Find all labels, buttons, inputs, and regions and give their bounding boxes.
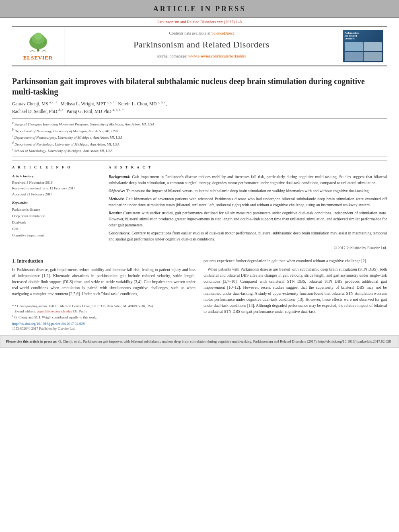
intro-body-left: In Parkinson's disease, gait impairments…	[12, 267, 195, 297]
abstract-background: Background: Gait impairment in Parkinson…	[109, 174, 387, 186]
abstract-methods: Methods: Gait kinematics of seventeen pa…	[109, 196, 387, 208]
keywords-list: Parkinson's disease Deep brain stimulati…	[12, 206, 101, 239]
affiliations: a Surgical Therapies Improving Movement …	[12, 118, 387, 156]
elsevier-label: ELSEVIER	[23, 54, 53, 62]
journal-header: ELSEVIER Contents lists available at Sci…	[12, 26, 387, 66]
email-suffix: (P.G. Patil).	[72, 309, 88, 313]
journal-title-box: Contents lists available at ScienceDirec…	[64, 27, 339, 66]
contrib-text: G. Chenji and M. I. Wright contributed e…	[14, 315, 97, 319]
background-text: Gait impairment in Parkinson's disease r…	[109, 175, 387, 185]
article-dates: Received 4 November 2016 Received in rev…	[12, 180, 101, 197]
contents-line: Contents lists available at ScienceDirec…	[72, 31, 331, 36]
intro-body-right: patients experience further degradation …	[204, 258, 387, 314]
objective-label: Objective:	[109, 189, 125, 193]
footnotes: * * Corresponding author. 1500 E. Medica…	[12, 301, 195, 320]
svg-point-3	[34, 33, 42, 40]
cover-photo-4	[364, 52, 382, 61]
intro-heading: 1. Introduction	[12, 258, 195, 265]
email-footnote: E-mail address: pgpatil@med.umich.edu (P…	[12, 309, 195, 314]
author-sup-2: a, e, 1	[107, 101, 115, 105]
keyword-4: Gait	[12, 226, 101, 232]
article-in-press-banner: ARTICLE IN PRESS	[0, 0, 399, 18]
background-label: Background:	[109, 175, 130, 179]
keywords-label: Keywords:	[12, 200, 101, 205]
objective-text: To measure the impact of bilateral versu…	[126, 189, 370, 193]
main-content: Parkinsonian gait improves with bilatera…	[0, 66, 399, 331]
journal-main-title: Parkinsonism and Related Disorders	[72, 39, 331, 51]
citation-bar: Please cite this article in press as: G.…	[0, 335, 399, 348]
contrib-note: 1 G. Chenji and M. I. Wright contributed…	[12, 314, 195, 320]
cover-photo-3	[345, 52, 363, 61]
affiliation-d: d Department of Psychology, University o…	[12, 141, 387, 148]
elsevier-logo-box: ELSEVIER	[12, 27, 64, 66]
keyword-2: Deep brain stimulation	[12, 213, 101, 219]
banner-text: ARTICLE IN PRESS	[153, 5, 246, 13]
methods-text: Gait kinematics of seventeen patients wi…	[109, 197, 387, 207]
abstract-section-label: A B S T R A C T	[109, 165, 387, 172]
homepage-label: journal homepage:	[157, 54, 187, 58]
revised-date: Received in revised form 12 February 201…	[12, 186, 75, 190]
issn-line: 1353-8020/© 2017 Published by Elsevier L…	[12, 327, 195, 331]
journal-homepage-line: journal homepage: www.elsevier.com/locat…	[72, 53, 331, 59]
abstract-col: A B S T R A C T Background: Gait impairm…	[109, 165, 387, 251]
doi-line[interactable]: http://dx.doi.org/10.1016/j.parkreldis.2…	[12, 321, 195, 327]
journal-meta-bar: Parkinsonism and Related Disorders xxx (…	[0, 18, 399, 26]
abstract-conclusions: Conclusions: Contrary to expectations fr…	[109, 230, 387, 242]
keyword-5: Cognitive impairment	[12, 232, 101, 238]
page: ARTICLE IN PRESS Parkinsonism and Relate…	[0, 0, 399, 532]
article-info-label: A R T I C L E I N F O	[12, 165, 101, 172]
cover-photo-2	[364, 42, 382, 51]
author-sup-3: a, b, c	[158, 101, 166, 105]
corresponding-text: * Corresponding author. 1500 E. Medical …	[14, 304, 154, 308]
abstract-results: Results: Consistent with earlier studies…	[109, 210, 387, 228]
received-date: Received 4 November 2016	[12, 181, 53, 185]
author-sup-4: d, e	[58, 108, 63, 112]
journal-homepage-url[interactable]: www.elsevier.com/locate/parkreldis	[188, 54, 246, 58]
methods-label: Methods:	[109, 197, 124, 201]
article-info-abstract: A R T I C L E I N F O Article history: R…	[12, 160, 387, 251]
keyword-3: Dual-task	[12, 219, 101, 226]
journal-cover-image: Parkinsonismand RelatedDisorders	[343, 30, 383, 62]
intro-right-para-1: patients experience further degradation …	[204, 258, 387, 264]
article-title: Parkinsonian gait improves with bilatera…	[12, 76, 387, 97]
affiliation-a: a Surgical Therapies Improving Movement …	[12, 121, 387, 127]
abstract-objective: Objective: To measure the impact of bila…	[109, 188, 387, 194]
cover-title: Parkinsonismand RelatedDisorders	[345, 32, 359, 41]
abstract-text: Background: Gait impairment in Parkinson…	[109, 174, 387, 251]
intro-left-col: 1. Introduction In Parkinson's disease, …	[12, 258, 195, 331]
copyright-line: © 2017 Published by Elsevier Ltd.	[109, 245, 387, 251]
cover-photos	[345, 42, 382, 61]
email-link[interactable]: pgpatil@med.umich.edu	[37, 309, 71, 313]
email-label: E-mail address:	[14, 309, 36, 313]
elsevier-tree-icon	[20, 31, 56, 53]
contents-text: Contents lists available at	[169, 31, 210, 35]
affiliation-e: e School of Kinesiology, University of M…	[12, 147, 387, 154]
introduction-section: 1. Introduction In Parkinson's disease, …	[12, 258, 387, 331]
cover-photo-1	[345, 42, 363, 51]
affiliation-b: b Department of Neurology, University of…	[12, 127, 387, 134]
accepted-date: Accepted 21 February 2017	[12, 192, 52, 196]
conclusions-label: Conclusions:	[109, 231, 130, 235]
sciencedirect-link[interactable]: ScienceDirect	[211, 31, 234, 35]
keyword-1: Parkinson's disease	[12, 206, 101, 213]
author-sup-1: a, c, 1	[49, 101, 57, 105]
citation-prefix: Please cite this article in press as: G.…	[6, 339, 391, 343]
affiliation-c: c Department of Neurosurgery, University…	[12, 134, 387, 141]
results-label: Results:	[109, 211, 122, 215]
corresponding-author: * * Corresponding author. 1500 E. Medica…	[12, 304, 195, 309]
article-info-col: A R T I C L E I N F O Article history: R…	[12, 165, 101, 251]
intro-right-para-2: When patients with Parkinson's disease a…	[204, 266, 387, 314]
author-sup-5: a, b, c, *	[113, 108, 123, 112]
journal-cover-box: Parkinsonismand RelatedDisorders	[339, 27, 387, 66]
intro-para-1: In Parkinson's disease, gait impairments…	[12, 267, 195, 297]
intro-right-col: patients experience further degradation …	[204, 258, 387, 331]
authors-line: Gaurav Chenji, MS a, c, 1 Melissa L. Wri…	[12, 100, 387, 115]
doi-text[interactable]: http://dx.doi.org/10.1016/j.parkreldis.2…	[12, 322, 85, 326]
journal-citation: Parkinsonism and Related Disorders xxx (…	[157, 20, 242, 24]
results-text: Consistent with earlier studies, gait pe…	[109, 211, 387, 227]
conclusions-text: Contrary to expectations from earlier st…	[109, 231, 387, 241]
history-label: Article history:	[12, 174, 101, 179]
